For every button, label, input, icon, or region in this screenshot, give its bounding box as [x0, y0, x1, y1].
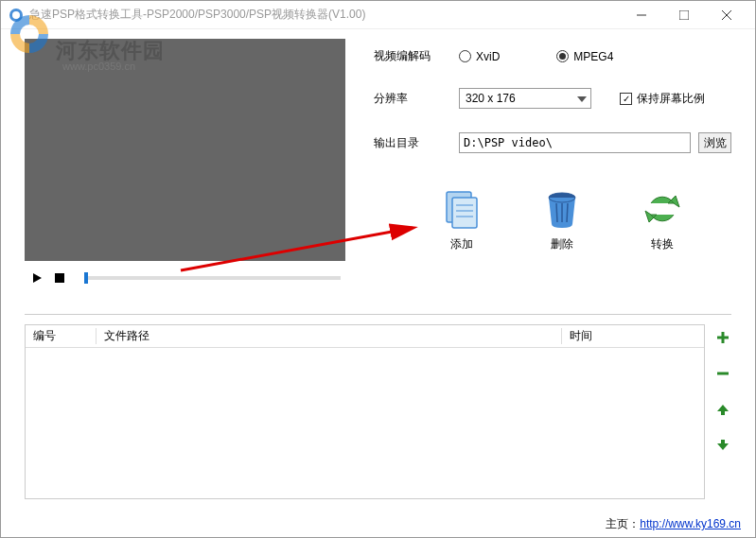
convert-icon [640, 186, 685, 232]
minimize-button[interactable] [620, 2, 662, 28]
codec-label: 视频编解码 [374, 48, 440, 64]
list-add-button[interactable] [714, 329, 731, 346]
svg-line-20 [567, 203, 568, 222]
stop-button[interactable] [52, 270, 67, 286]
keep-ratio-checkbox[interactable]: ✓ 保持屏幕比例 [620, 91, 705, 107]
add-button[interactable]: 添加 [439, 186, 484, 252]
codec-mpeg4-radio[interactable]: MPEG4 [556, 50, 613, 63]
homepage-link[interactable]: http://www.ky169.cn [640, 517, 741, 530]
chevron-down-icon [577, 92, 587, 105]
delete-icon [539, 186, 585, 232]
convert-button[interactable]: 转换 [640, 186, 685, 252]
svg-marker-8 [33, 273, 42, 283]
svg-point-1 [12, 11, 20, 19]
svg-line-18 [556, 203, 557, 222]
list-up-button[interactable] [714, 401, 731, 418]
svg-marker-10 [577, 96, 587, 102]
svg-marker-24 [717, 405, 729, 415]
svg-rect-9 [55, 273, 64, 283]
svg-rect-12 [452, 198, 477, 228]
list-down-button[interactable] [714, 437, 731, 454]
resolution-select[interactable]: 320 x 176 [459, 88, 591, 109]
svg-marker-25 [717, 440, 729, 450]
play-button[interactable] [29, 270, 44, 286]
column-number[interactable]: 编号 [26, 328, 97, 344]
maximize-button[interactable] [662, 2, 705, 28]
list-body[interactable] [26, 348, 704, 495]
window-title: 急速PSP格式转换工具-PSP2000/PSP3000/PSP视频转换器(V1.… [29, 7, 620, 23]
resolution-label: 分辨率 [374, 91, 440, 107]
delete-button[interactable]: 删除 [539, 186, 585, 252]
file-list[interactable]: 编号 文件路径 时间 [25, 324, 705, 499]
add-icon [439, 186, 484, 232]
progress-slider[interactable] [84, 276, 341, 280]
browse-button[interactable]: 浏览 [698, 132, 731, 153]
divider [25, 314, 731, 315]
video-preview [25, 39, 345, 261]
column-path[interactable]: 文件路径 [97, 328, 562, 344]
svg-rect-3 [679, 10, 689, 20]
column-time[interactable]: 时间 [562, 328, 704, 344]
codec-xvid-radio[interactable]: XviD [459, 50, 500, 63]
output-path-input[interactable] [459, 132, 691, 153]
footer: 主页：http://www.ky169.cn [606, 516, 741, 532]
app-icon [9, 8, 24, 23]
close-button[interactable] [705, 2, 747, 28]
list-remove-button[interactable] [714, 365, 731, 382]
output-label: 输出目录 [374, 135, 440, 151]
